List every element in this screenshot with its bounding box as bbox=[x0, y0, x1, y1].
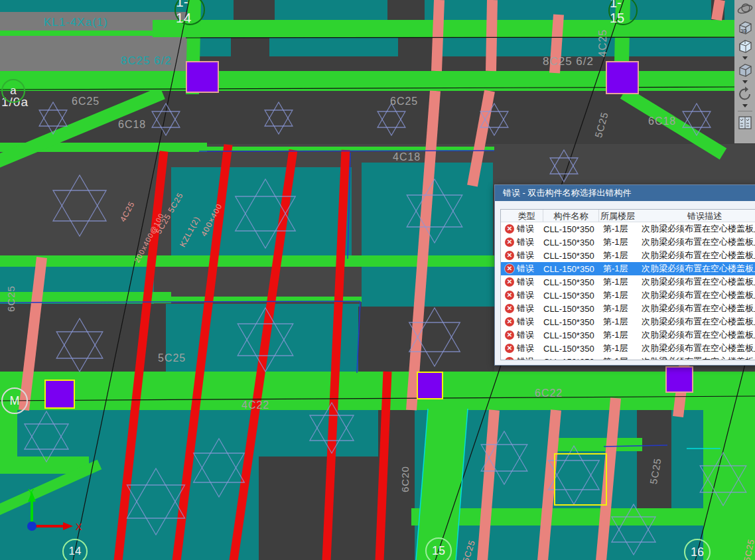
beam-pink bbox=[411, 91, 435, 410]
error-component-name[interactable]: CLL-150*350 bbox=[543, 330, 603, 340]
error-icon: ✕ bbox=[505, 304, 514, 313]
error-component-name[interactable]: CLL-150*350 bbox=[543, 304, 603, 314]
error-component-name[interactable]: CLL-150*350 bbox=[543, 291, 603, 301]
error-description: 次肋梁必须布置在空心楼盖板上 bbox=[642, 249, 755, 261]
view-solid-icon[interactable] bbox=[736, 61, 754, 80]
error-component-name[interactable]: CLL-150*350 bbox=[543, 264, 603, 274]
error-floor: 第-1层 bbox=[603, 356, 642, 360]
rotate-dropdown-arrow[interactable] bbox=[742, 104, 748, 107]
error-floor: 第-1层 bbox=[603, 316, 642, 328]
rebar-annotation: 4C22 bbox=[241, 399, 269, 411]
error-type: 错误 bbox=[517, 356, 543, 360]
grid-bubble-bottom: 15 bbox=[425, 537, 452, 560]
rebar-annotation: 4C25 bbox=[597, 29, 609, 57]
error-description: 次肋梁必须布置在空心楼盖板上 bbox=[642, 342, 755, 354]
error-description: 次肋梁必须布置在空心楼盖板上 bbox=[642, 303, 755, 315]
error-floor: 第-1层 bbox=[603, 276, 642, 288]
error-component-name[interactable]: CLL-150*350 bbox=[543, 277, 603, 287]
orbit-3d-icon[interactable] bbox=[736, 0, 754, 19]
error-icon: ✕ bbox=[505, 357, 514, 360]
beam-pink bbox=[717, 0, 720, 20]
grid-line bbox=[0, 396, 755, 401]
error-dialog-titlebar[interactable]: 错误 - 双击构件名称选择出错构件 bbox=[495, 185, 755, 201]
slab-hatch-star bbox=[53, 175, 106, 221]
slab-hatch-star bbox=[265, 102, 293, 126]
error-icon: ✕ bbox=[505, 291, 514, 300]
col-floor[interactable]: 所属楼层 bbox=[599, 210, 646, 222]
rebar-annotation: 4C18 bbox=[393, 151, 421, 163]
slab-outline bbox=[357, 301, 360, 373]
slab-hatch-star bbox=[56, 318, 103, 358]
slab-hatch-star bbox=[407, 195, 462, 243]
rebar-annotation: 6C18 bbox=[118, 119, 146, 131]
grid-bubble-left: M bbox=[1, 387, 28, 414]
rebar-annotation: 6C18 bbox=[648, 115, 676, 127]
error-row[interactable]: ✕错误CLL-150*350第-1层次肋梁必须布置在空心楼盖板上 bbox=[501, 262, 755, 275]
error-component-name[interactable]: CLL-150*350 bbox=[543, 224, 603, 234]
rebar-annotation: 6C20 bbox=[399, 466, 411, 492]
error-row[interactable]: ✕错误CLL-150*350第-1层次肋梁必须布置在空心楼盖板上 bbox=[501, 222, 755, 236]
error-icon: ✕ bbox=[505, 277, 514, 287]
slab-hatch-star bbox=[700, 466, 746, 506]
slab-hatch-star bbox=[39, 102, 67, 126]
col-desc[interactable]: 错误描述 bbox=[646, 210, 755, 222]
error-floor: 第-1层 bbox=[603, 303, 642, 315]
rebar-annotation: 6C25 bbox=[5, 285, 17, 312]
slab-hatch-star bbox=[407, 179, 462, 227]
error-component-name[interactable]: CLL-150*350 bbox=[543, 344, 603, 354]
slab-hatch-star bbox=[194, 453, 245, 497]
error-component-name[interactable]: CLL-150*350 bbox=[543, 238, 603, 247]
rebar-annotation: 5C25 bbox=[158, 352, 186, 364]
error-row[interactable]: ✕错误CLL-150*350第-1层次肋梁必须布置在空心楼盖板上 bbox=[501, 315, 755, 328]
grid-line bbox=[186, 37, 734, 38]
slab-hatch-star bbox=[612, 504, 655, 542]
view-toolbar: 3D bbox=[734, 0, 755, 143]
error-type: 错误 bbox=[517, 276, 543, 288]
error-component-name[interactable]: CLL-150*350 bbox=[543, 251, 603, 261]
error-row[interactable]: ✕错误CLL-150*350第-1层次肋梁必须布置在空心楼盖板上 bbox=[501, 302, 755, 315]
error-description: 次肋梁必须布置在空心楼盖板上 bbox=[642, 223, 755, 235]
col-type[interactable]: 类型 bbox=[501, 210, 543, 222]
error-list-header: 类型 构件名称 所属楼层 错误描述 bbox=[501, 210, 755, 222]
rebar-annotation: 6C22 bbox=[535, 387, 563, 399]
error-description: 次肋梁必须布置在空心楼盖板上 bbox=[642, 276, 755, 288]
cad-viewport[interactable]: KL1-4Xa(1)8C25 6/28C25 6/24C256C256C186C… bbox=[0, 0, 755, 560]
view-3d-icon[interactable]: 3D bbox=[736, 19, 754, 37]
column-marker bbox=[186, 61, 219, 93]
slab-hatch-star bbox=[25, 411, 68, 449]
rotate-view-icon[interactable] bbox=[736, 85, 754, 104]
beam-red bbox=[379, 372, 387, 560]
error-description: 次肋梁必须布置在空心楼盖板上 bbox=[642, 263, 755, 275]
error-row[interactable]: ✕错误CLL-150*350第-1层次肋梁必须布置在空心楼盖板上 bbox=[501, 328, 755, 342]
slab-hatch-star bbox=[127, 468, 185, 518]
error-row[interactable]: ✕错误CLL-150*350第-1层次肋梁必须布置在空心楼盖板上 bbox=[501, 249, 755, 262]
error-description: 次肋梁必须布置在空心楼盖板上 bbox=[642, 356, 755, 360]
error-list: 类型 构件名称 所属楼层 错误描述 ✕错误CLL-150*350第-1层次肋梁必… bbox=[500, 209, 755, 360]
error-component-name[interactable]: CLL-150*350 bbox=[543, 357, 603, 361]
error-type: 错误 bbox=[517, 329, 543, 341]
beam-pink bbox=[482, 410, 494, 560]
error-description: 次肋梁必须布置在空心楼盖板上 bbox=[642, 236, 755, 248]
view-wireframe-icon[interactable] bbox=[736, 37, 754, 56]
beam-pink bbox=[24, 257, 42, 410]
error-floor: 第-1层 bbox=[603, 223, 642, 235]
error-component-name[interactable]: CLL-150*350 bbox=[543, 317, 603, 327]
error-icon: ✕ bbox=[505, 238, 514, 247]
column-marker bbox=[417, 372, 443, 399]
error-dialog: 错误 - 双击构件名称选择出错构件 类型 构件名称 所属楼层 错误描述 ✕错误C… bbox=[494, 184, 755, 366]
error-row[interactable]: ✕错误CLL-150*350第-1层次肋梁必须布置在空心楼盖板上 bbox=[501, 236, 755, 249]
error-row[interactable]: ✕错误CLL-150*350第-1层次肋梁必须布置在空心楼盖板上 bbox=[501, 342, 755, 355]
grid-bubble-top: 1-15 bbox=[608, 0, 638, 25]
error-type: 错误 bbox=[517, 303, 543, 315]
error-row[interactable]: ✕错误CLL-150*350第-1层次肋梁必须布置在空心楼盖板上 bbox=[501, 289, 755, 302]
display-settings-icon[interactable] bbox=[736, 113, 754, 132]
ucs-origin-dot bbox=[27, 522, 36, 531]
slab-hatch-star bbox=[612, 517, 655, 555]
error-row[interactable]: ✕错误CLL-150*350第-1层次肋梁必须布置在空心楼盖板上 bbox=[501, 355, 755, 360]
slab-hatch-star bbox=[152, 104, 180, 127]
col-name[interactable]: 构件名称 bbox=[543, 210, 599, 222]
error-row[interactable]: ✕错误CLL-150*350第-1层次肋梁必须布置在空心楼盖板上 bbox=[501, 275, 755, 289]
wireframe-dropdown-arrow[interactable] bbox=[742, 56, 748, 60]
solid-dropdown-arrow[interactable] bbox=[742, 80, 748, 84]
beam-pink bbox=[472, 91, 490, 186]
